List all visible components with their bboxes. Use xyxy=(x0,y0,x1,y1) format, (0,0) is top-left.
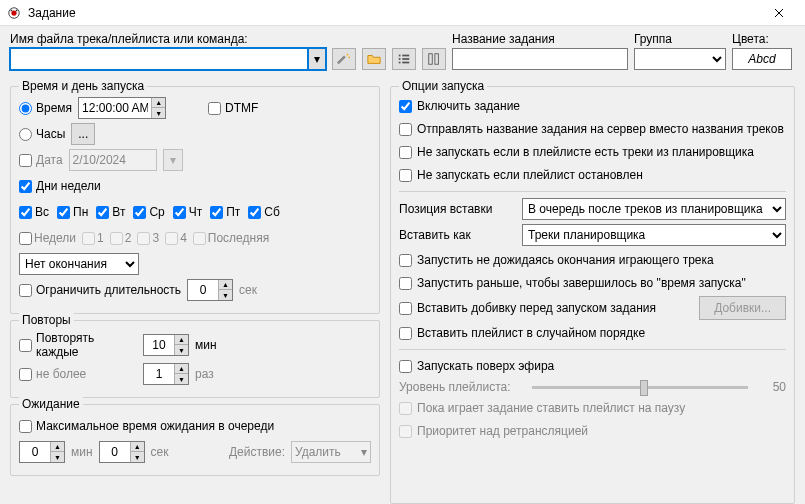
svg-rect-9 xyxy=(402,58,409,60)
day-mon[interactable]: Пн xyxy=(57,205,88,219)
times-label: раз xyxy=(195,367,214,381)
svg-point-5 xyxy=(348,56,350,58)
repeats-fieldset: Повторы Повторять каждые ▲▼ мин не более… xyxy=(10,320,380,398)
wait-fieldset: Ожидание Максимальное время ожидания в о… xyxy=(10,404,380,476)
colors-label: Цвета: xyxy=(732,32,792,46)
wait-sec-spinner[interactable]: ▲▼ xyxy=(99,441,145,463)
insert-as-label: Вставить как xyxy=(399,228,514,242)
svg-point-1 xyxy=(11,10,16,15)
date-checkbox[interactable]: Дата xyxy=(19,153,63,167)
action-select: Удалить▾ xyxy=(291,441,371,463)
limit-checkbox[interactable]: Ограничить длительность xyxy=(19,283,181,297)
limit-spinner[interactable]: ▲▼ xyxy=(187,279,233,301)
day-sat[interactable]: Сб xyxy=(248,205,280,219)
jingle-button[interactable]: Добивки... xyxy=(699,296,786,320)
pause-checkbox: Пока играет задание ставить плейлист на … xyxy=(399,401,685,415)
svg-rect-7 xyxy=(402,55,409,57)
group-label: Группа xyxy=(634,32,726,46)
svg-rect-6 xyxy=(399,55,401,57)
day-thu[interactable]: Чт xyxy=(173,205,203,219)
level-value: 50 xyxy=(756,380,786,394)
svg-rect-11 xyxy=(402,62,409,64)
wait-legend: Ожидание xyxy=(19,397,83,411)
window-title: Задание xyxy=(28,6,759,20)
days-checkbox[interactable]: Дни недели xyxy=(19,179,101,193)
week-2: 2 xyxy=(110,231,132,245)
task-name-label: Название задания xyxy=(452,32,628,46)
time-legend: Время и день запуска xyxy=(19,79,147,93)
day-sun[interactable]: Вс xyxy=(19,205,49,219)
colors-button[interactable]: Abcd xyxy=(732,48,792,70)
track-label: Имя файла трека/плейлиста или команда: xyxy=(10,32,326,46)
time-radio[interactable]: Время xyxy=(19,101,72,115)
nomore-checkbox[interactable]: не более xyxy=(19,367,137,381)
repeat-every-spinner[interactable]: ▲▼ xyxy=(143,334,189,356)
task-name-input[interactable] xyxy=(452,48,628,70)
enable-checkbox[interactable]: Включить задание xyxy=(399,99,520,113)
track-input[interactable]: ▾ xyxy=(10,48,326,70)
chevron-down-icon[interactable]: ▾ xyxy=(308,48,326,70)
week-3: 3 xyxy=(137,231,159,245)
ending-select[interactable]: Нет окончания xyxy=(19,253,139,275)
level-label: Уровень плейлиста: xyxy=(399,380,524,394)
send-name-checkbox[interactable]: Отправлять название задания на сервер вм… xyxy=(399,122,784,136)
action-label: Действие: xyxy=(229,445,285,459)
insert-pos-label: Позиция вставки xyxy=(399,202,514,216)
group-select[interactable] xyxy=(634,48,726,70)
close-button[interactable] xyxy=(759,0,799,26)
no-wait-checkbox[interactable]: Запустить не дожидаясь окончания играюще… xyxy=(399,253,714,267)
max-wait-checkbox[interactable]: Максимальное время ожидания в очереди xyxy=(19,419,274,433)
priority-checkbox: Приоритет над ретрансляцией xyxy=(399,424,588,438)
day-wed[interactable]: Ср xyxy=(133,205,164,219)
week-1: 1 xyxy=(82,231,104,245)
nomore-spinner[interactable]: ▲▼ xyxy=(143,363,189,385)
date-input: 2/10/2024 xyxy=(69,149,157,171)
level-slider xyxy=(532,386,748,389)
time-spinner[interactable]: ▲▼ xyxy=(78,97,166,119)
svg-rect-8 xyxy=(399,58,401,60)
weeks-checkbox[interactable]: Недели xyxy=(19,231,76,245)
day-fri[interactable]: Пт xyxy=(210,205,240,219)
columns-button[interactable] xyxy=(422,48,446,70)
repeats-legend: Повторы xyxy=(19,313,74,327)
min-label: мин xyxy=(195,338,217,352)
wait-sec-label: сек xyxy=(151,445,169,459)
svg-point-4 xyxy=(347,54,349,56)
launch-legend: Опции запуска xyxy=(399,79,487,93)
hours-dots-button[interactable]: ... xyxy=(71,123,95,145)
svg-rect-10 xyxy=(399,62,401,64)
date-dropdown-icon: ▾ xyxy=(163,149,183,171)
svg-rect-12 xyxy=(429,54,433,65)
wand-button[interactable] xyxy=(332,48,356,70)
dtmf-checkbox[interactable]: DTMF xyxy=(208,101,258,115)
titlebar: Задание xyxy=(0,0,805,26)
launch-fieldset: Опции запуска Включить задание Отправлят… xyxy=(390,86,795,504)
insert-pos-select[interactable]: В очередь после треков из планировщика xyxy=(522,198,786,220)
time-fieldset: Время и день запуска Время ▲▼ DTMF Часы … xyxy=(10,86,380,314)
insert-as-select[interactable]: Треки планировщика xyxy=(522,224,786,246)
wait-min-spinner[interactable]: ▲▼ xyxy=(19,441,65,463)
jingle-checkbox[interactable]: Вставить добивку перед запуском задания xyxy=(399,301,656,315)
folder-button[interactable] xyxy=(362,48,386,70)
hours-radio[interactable]: Часы xyxy=(19,127,65,141)
day-tue[interactable]: Вт xyxy=(96,205,125,219)
no-scheduled-checkbox[interactable]: Не запускать если в плейлисте есть треки… xyxy=(399,145,754,159)
repeat-every-checkbox[interactable]: Повторять каждые xyxy=(19,331,137,359)
sec-label: сек xyxy=(239,283,257,297)
shuffle-checkbox[interactable]: Вставить плейлист в случайном порядке xyxy=(399,326,645,340)
svg-rect-13 xyxy=(435,54,439,65)
list-button[interactable] xyxy=(392,48,416,70)
week-4: 4 xyxy=(165,231,187,245)
wait-min-label: мин xyxy=(71,445,93,459)
over-air-checkbox[interactable]: Запускать поверх эфира xyxy=(399,359,554,373)
no-stopped-checkbox[interactable]: Не запускать если плейлист остановлен xyxy=(399,168,643,182)
svg-point-3 xyxy=(16,9,18,11)
week-last: Последняя xyxy=(193,231,269,245)
svg-point-2 xyxy=(11,9,13,11)
app-icon xyxy=(6,5,22,21)
start-early-checkbox[interactable]: Запустить раньше, чтобы завершилось во "… xyxy=(399,276,746,290)
